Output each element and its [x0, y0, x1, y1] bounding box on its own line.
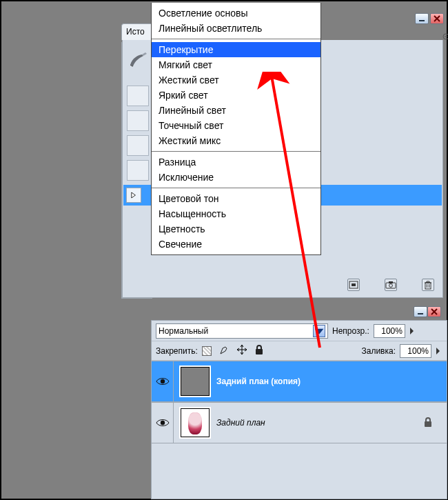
blend-mode-option[interactable]: Линейный осветлитель	[152, 21, 320, 36]
blend-mode-option[interactable]: Разница	[152, 154, 320, 170]
lock-all-icon[interactable]	[254, 344, 264, 357]
blend-mode-select[interactable]: Нормальный	[156, 323, 328, 339]
blend-mode-option[interactable]: Жесткий микс	[152, 133, 320, 148]
layers-panel-titlebar	[414, 306, 446, 319]
svg-point-5	[389, 284, 393, 288]
minimize-button-icon[interactable]	[414, 306, 427, 317]
blend-mode-option[interactable]: Осветление основы	[152, 6, 320, 21]
lock-label: Закрепить:	[156, 346, 198, 356]
lock-position-icon[interactable]	[236, 344, 247, 357]
delete-state-icon[interactable]	[422, 279, 434, 291]
dropdown-arrow-icon[interactable]	[313, 325, 325, 337]
lock-iconset	[202, 344, 264, 357]
svg-rect-12	[425, 421, 431, 427]
history-step-slot[interactable]	[127, 110, 149, 131]
workspace: Исто Нормальный Непрозр.: 100%	[3, 3, 445, 497]
blend-mode-option[interactable]: Линейный свет	[152, 103, 320, 118]
layer-list: Задний план (копия) Задний план	[152, 361, 447, 443]
history-current-step-icon[interactable]	[126, 188, 141, 203]
svg-point-11	[160, 421, 164, 425]
blend-mode-option[interactable]: Жесткий свет	[152, 72, 320, 88]
blend-mode-option[interactable]: Свечение	[152, 237, 320, 252]
fill-label: Заливка:	[361, 346, 396, 356]
history-step-slot[interactable]	[127, 86, 149, 106]
layer-item[interactable]: Задний план (копия)	[152, 361, 447, 402]
screenshot-frame: Исто Нормальный Непрозр.: 100%	[0, 0, 448, 500]
visibility-toggle[interactable]	[152, 361, 174, 401]
layer-name: Задний план	[216, 418, 265, 428]
history-step-slot[interactable]	[127, 135, 149, 156]
opacity-field[interactable]: 100%	[374, 324, 405, 338]
blend-mode-option[interactable]: Исключение	[152, 170, 320, 185]
svg-rect-6	[389, 281, 393, 283]
lock-pixels-icon[interactable]	[218, 344, 230, 357]
blend-mode-option[interactable]: Цветность	[152, 221, 320, 237]
history-tab[interactable]: Исто	[121, 23, 154, 40]
layers-panel: Нормальный Непрозр.: 100% Закрепить: Зал…	[151, 320, 447, 499]
opacity-label: Непрозр.:	[332, 326, 369, 336]
lock-icon	[423, 417, 433, 430]
blend-mode-option[interactable]: Мягкий свет	[152, 57, 320, 72]
new-document-from-state-icon[interactable]	[347, 279, 360, 291]
layer-thumbnail[interactable]	[181, 367, 210, 396]
blend-mode-option[interactable]: Перекрытие	[152, 42, 320, 57]
minimize-button-icon[interactable]	[415, 13, 429, 24]
blend-mode-option[interactable]: Точечный свет	[152, 118, 320, 133]
close-button-icon[interactable]	[430, 13, 444, 24]
svg-rect-9	[256, 349, 263, 354]
blend-mode-option[interactable]: Насыщенность	[152, 206, 320, 221]
layers-lock-row: Закрепить: Заливка: 100%	[152, 341, 447, 361]
layer-thumbnail[interactable]	[181, 408, 210, 437]
blend-mode-menu[interactable]: Осветление основыЛинейный осветлительПер…	[151, 3, 321, 255]
svg-rect-8	[418, 313, 423, 314]
history-panel-titlebar	[414, 13, 446, 26]
svg-rect-0	[419, 20, 425, 21]
fill-slider-toggle-icon[interactable]	[436, 345, 442, 357]
new-snapshot-icon[interactable]	[385, 279, 397, 291]
history-step-slot[interactable]	[127, 160, 149, 181]
history-toolbar	[347, 279, 434, 291]
opacity-value: 100%	[381, 326, 403, 336]
fill-value: 100%	[407, 346, 429, 356]
svg-rect-3	[352, 283, 356, 286]
layer-item[interactable]: Задний план	[152, 402, 447, 443]
opacity-slider-toggle-icon[interactable]	[409, 325, 416, 337]
blend-mode-option[interactable]: Яркий свет	[152, 88, 320, 103]
eye-icon	[156, 418, 170, 428]
history-step-column	[127, 86, 150, 185]
visibility-toggle[interactable]	[152, 403, 174, 443]
svg-point-10	[160, 379, 164, 383]
eye-icon	[156, 377, 170, 386]
blend-mode-option[interactable]: Цветовой тон	[152, 191, 320, 206]
layer-name: Задний план (копия)	[216, 377, 301, 386]
lock-transparency-icon[interactable]	[202, 346, 212, 356]
svg-rect-7	[425, 283, 431, 289]
history-tab-label: Исто	[126, 27, 145, 37]
history-brush-icon[interactable]	[128, 52, 147, 70]
fill-field[interactable]: 100%	[400, 344, 431, 358]
layers-blend-row: Нормальный Непрозр.: 100%	[152, 321, 447, 341]
blend-mode-value: Нормальный	[159, 326, 208, 336]
close-button-icon[interactable]	[427, 306, 441, 317]
